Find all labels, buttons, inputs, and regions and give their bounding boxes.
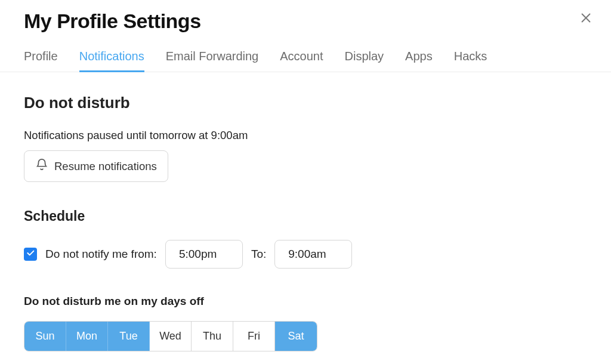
schedule-title: Schedule (24, 208, 587, 224)
tab-notifications[interactable]: Notifications (79, 50, 144, 72)
tab-display[interactable]: Display (345, 50, 384, 72)
schedule-from-label: Do not notify me from: (45, 248, 157, 261)
tab-email-forwarding[interactable]: Email Forwarding (166, 50, 259, 72)
day-toggle-mon[interactable]: Mon (66, 322, 108, 351)
resume-notifications-button[interactable]: Resume notifications (24, 150, 168, 182)
schedule-checkbox[interactable] (24, 248, 37, 261)
dnd-status-text: Notifications paused until tomorrow at 9… (24, 129, 587, 142)
close-button[interactable] (578, 11, 594, 27)
tab-profile[interactable]: Profile (24, 50, 58, 72)
bell-icon (35, 158, 48, 174)
to-time-input[interactable]: 9:00am (274, 240, 352, 269)
close-icon (579, 11, 593, 27)
resume-button-label: Resume notifications (54, 160, 157, 173)
check-icon (26, 248, 35, 260)
day-toggle-wed[interactable]: Wed (150, 322, 192, 351)
days-off-row: SunMonTueWedThuFriSat (24, 321, 317, 351)
tabs-nav: ProfileNotificationsEmail ForwardingAcco… (0, 50, 611, 72)
day-toggle-sat[interactable]: Sat (275, 322, 317, 351)
day-toggle-sun[interactable]: Sun (24, 322, 66, 351)
tab-account[interactable]: Account (280, 50, 323, 72)
day-toggle-tue[interactable]: Tue (108, 322, 150, 351)
schedule-to-label: To: (251, 248, 266, 261)
tab-hacks[interactable]: Hacks (454, 50, 487, 72)
page-title: My Profile Settings (24, 10, 587, 33)
day-toggle-thu[interactable]: Thu (192, 322, 233, 351)
dnd-section-title: Do not disturb (24, 94, 587, 112)
from-time-input[interactable]: 5:00pm (165, 240, 243, 269)
tab-apps[interactable]: Apps (405, 50, 433, 72)
schedule-row: Do not notify me from: 5:00pm To: 9:00am (24, 240, 587, 269)
days-off-label: Do not disturb me on my days off (24, 295, 587, 308)
day-toggle-fri[interactable]: Fri (233, 322, 275, 351)
